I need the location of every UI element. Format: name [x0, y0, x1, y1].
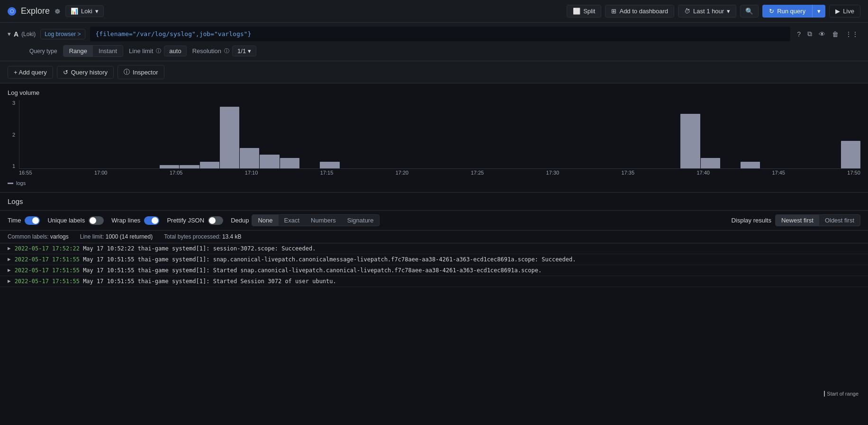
query-history-button[interactable]: ↺ Query history [57, 66, 114, 79]
dedup-options: None Exact Numbers Signature [252, 214, 380, 226]
split-button[interactable]: ⬜ Split [567, 5, 601, 18]
chart-bar [680, 114, 700, 168]
prettify-json-toggle[interactable] [208, 216, 223, 225]
dedup-none-button[interactable]: None [252, 215, 278, 226]
more-button[interactable]: ⋮⋮ [843, 28, 860, 40]
query-type-group: Range Instant [63, 45, 123, 57]
chart-col [500, 100, 520, 168]
live-play-icon: ▶ [835, 8, 840, 15]
run-query-main[interactable]: ↻ Run query [762, 5, 812, 18]
split-icon: ⬜ [573, 8, 580, 15]
logs-header: Logs [0, 193, 868, 211]
datasource-icon: 📊 [71, 8, 78, 15]
dedup-signature-button[interactable]: Signature [342, 215, 380, 226]
unique-labels-toggle[interactable] [89, 216, 104, 225]
query-datasource-tag: (Loki) [21, 31, 36, 37]
copy-button[interactable]: ⧉ [805, 28, 814, 40]
chart-col [180, 100, 199, 168]
query-options: Query type Range Instant Line limit ⓘ au… [29, 45, 860, 57]
chart-bar [220, 107, 239, 168]
chart-col [660, 100, 680, 168]
chart-bar [701, 158, 720, 168]
time-picker[interactable]: ⏱ Last 1 hour ▾ [678, 5, 736, 18]
chart-x-label: 17:30 [546, 170, 560, 178]
common-labels-meta: Common labels: varlogs [8, 233, 69, 240]
chart-x-label: 17:00 [94, 170, 108, 178]
app-title: Explore [21, 6, 50, 16]
prettify-json-label: Prettify JSON [167, 217, 204, 224]
nav-right: ⬜ Split ⊞ Add to dashboard ⏱ Last 1 hour… [567, 5, 860, 18]
chart-bar [841, 141, 860, 168]
log-expand-icon[interactable]: ▶ [8, 245, 11, 251]
chart-x-label: 17:25 [471, 170, 484, 178]
query-input[interactable] [90, 27, 791, 41]
chart-col [480, 100, 499, 168]
hide-button[interactable]: 👁 [817, 28, 827, 40]
run-query-button[interactable]: ↻ Run query ▾ [762, 5, 825, 18]
resolution-select[interactable]: 1/1 ▾ [232, 46, 256, 56]
chart-col [760, 100, 780, 168]
log-entry[interactable]: ▶ 2022-05-17 17:51:55 May 17 10:51:55 th… [0, 276, 868, 287]
chart-col [781, 100, 800, 168]
range-button[interactable]: Range [63, 46, 93, 56]
log-expand-icon[interactable]: ▶ [8, 278, 11, 284]
chart-col [801, 100, 820, 168]
chart-x-label: 17:10 [245, 170, 258, 178]
collapse-button[interactable]: ▾ [8, 30, 11, 37]
zoom-out-button[interactable]: 🔍 [740, 5, 759, 18]
chart-col [140, 100, 159, 168]
dedup-numbers-button[interactable]: Numbers [305, 215, 342, 226]
wrap-lines-toggle[interactable] [144, 216, 159, 225]
chart-bar [260, 155, 279, 168]
chart-col [400, 100, 419, 168]
log-entry[interactable]: ▶ 2022-05-17 17:51:55 May 17 10:51:55 th… [0, 254, 868, 265]
display-results-label: Display results [731, 217, 771, 224]
chart-bar [320, 162, 339, 168]
datasource-selector[interactable]: 📊 Loki ▾ [65, 5, 104, 17]
log-browser-button[interactable]: Log browser > [40, 29, 85, 39]
chart-col [841, 100, 860, 168]
oldest-first-button[interactable]: Oldest first [819, 215, 860, 226]
log-entry[interactable]: ▶ 2022-05-17 17:52:22 May 17 10:52:22 th… [0, 243, 868, 254]
chart-col [620, 100, 640, 168]
unique-labels-label: Unique labels [47, 217, 85, 224]
chart-col [220, 100, 239, 168]
add-to-dashboard-button[interactable]: ⊞ Add to dashboard [605, 5, 674, 18]
delete-button[interactable]: 🗑 [830, 28, 841, 40]
log-entry[interactable]: ▶ 2022-05-17 17:51:55 May 17 10:51:55 th… [0, 265, 868, 276]
datasource-caret: ▾ [95, 8, 99, 15]
share-icon[interactable]: ☸ [54, 8, 61, 15]
newest-first-button[interactable]: Newest first [776, 215, 819, 226]
chart-x-label: 17:20 [396, 170, 409, 178]
line-limit-info-icon[interactable]: ⓘ [156, 47, 161, 55]
resolution-group: Resolution ⓘ 1/1 ▾ [192, 46, 257, 56]
dashboard-icon: ⊞ [611, 8, 616, 15]
chart-col [160, 100, 179, 168]
add-query-button[interactable]: + Add query [8, 66, 53, 79]
top-nav: ⬡ Explore ☸ 📊 Loki ▾ ⬜ Split ⊞ Add to da… [0, 0, 868, 23]
log-expand-icon[interactable]: ▶ [8, 256, 11, 262]
resolution-info-icon[interactable]: ⓘ [224, 47, 229, 55]
chart-area [19, 100, 860, 169]
chart-col [540, 100, 560, 168]
chart-col [680, 100, 700, 168]
log-text: 2022-05-17 17:52:22 May 17 10:52:22 thai… [15, 245, 860, 252]
line-limit-value[interactable]: auto [164, 46, 186, 56]
live-button[interactable]: ▶ Live [829, 5, 860, 18]
chart-col [19, 100, 39, 168]
dedup-group: Dedup None Exact Numbers Signature [231, 214, 380, 226]
legend-dot [8, 183, 13, 184]
time-toggle[interactable] [25, 216, 40, 225]
dedup-exact-button[interactable]: Exact [279, 215, 306, 226]
run-query-caret[interactable]: ▾ [812, 5, 825, 18]
instant-button[interactable]: Instant [93, 46, 123, 56]
log-expand-icon[interactable]: ▶ [8, 267, 11, 273]
chart-col [821, 100, 840, 168]
help-button[interactable]: ? [795, 28, 803, 40]
chart-bar [741, 162, 760, 168]
time-caret: ▾ [727, 8, 730, 15]
query-area: ▾ A (Loki) Log browser > ? ⧉ 👁 🗑 ⋮⋮ Quer… [0, 23, 868, 61]
chart-y-labels: 3 2 1 [8, 100, 17, 169]
inspector-button[interactable]: ⓘ Inspector [118, 65, 164, 79]
time-label: Time [8, 217, 21, 224]
